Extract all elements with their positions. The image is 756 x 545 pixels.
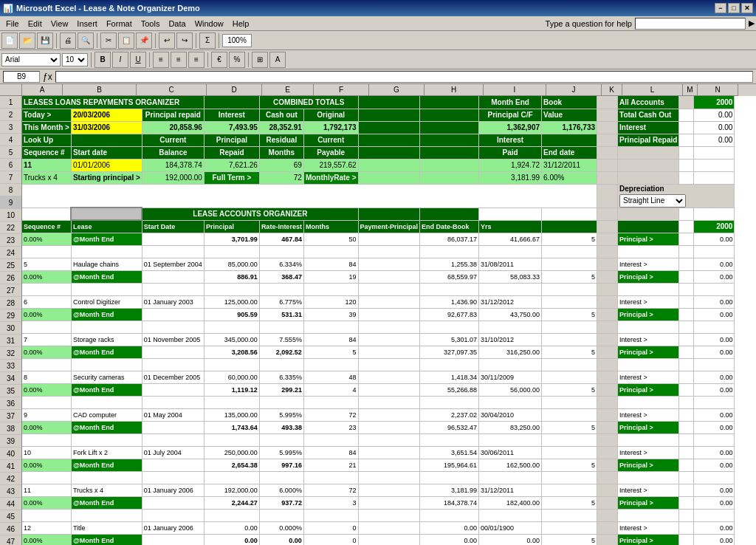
cell-l22[interactable]: Principal > — [618, 233, 679, 245]
cell-h1[interactable] — [420, 96, 479, 109]
cell-i7[interactable]: 3,181.99 — [479, 171, 542, 184]
cell-k1[interactable] — [597, 96, 618, 109]
cell-n41[interactable] — [694, 471, 735, 484]
cell-e35[interactable] — [259, 396, 303, 408]
cell-e36[interactable]: 5.995% — [259, 408, 303, 421]
cell-f24[interactable]: 84 — [303, 258, 358, 270]
cell-g44[interactable] — [358, 509, 420, 521]
cell-b46[interactable]: @Month End — [71, 534, 142, 545]
cell-f23[interactable] — [303, 245, 358, 258]
cell-h25[interactable]: 68,559.97 — [420, 270, 479, 283]
cell-j6[interactable]: 31/12/2011 — [542, 159, 597, 171]
align-center-button[interactable]: ≡ — [171, 52, 187, 68]
col-header-e[interactable]: E — [262, 84, 314, 96]
cell-i39[interactable]: 30/06/2011 — [479, 446, 542, 459]
cell-f28[interactable]: 39 — [303, 308, 358, 321]
cell-h33[interactable]: 1,418.34 — [420, 371, 479, 383]
cell-c10[interactable]: Start Date — [142, 220, 204, 233]
cell-e2[interactable]: Cash out — [259, 109, 303, 121]
cell-l36[interactable]: Interest > — [618, 408, 679, 421]
cell-f38[interactable] — [303, 433, 358, 446]
cell-c24[interactable]: 01 September 2004 — [142, 258, 204, 270]
cell-f6[interactable]: 219,557.62 — [303, 159, 358, 171]
cell-a10[interactable]: Sequence # — [22, 220, 71, 233]
menu-format[interactable]: Format — [102, 18, 137, 30]
cell-m26[interactable] — [679, 283, 694, 295]
cell-m31[interactable] — [679, 346, 694, 358]
cell-c30[interactable]: 01 November 2005 — [142, 333, 204, 346]
cell-m25[interactable] — [679, 270, 694, 283]
sum-button[interactable]: Σ — [199, 32, 216, 49]
cell-c46[interactable] — [142, 534, 204, 545]
cell-k30[interactable] — [597, 333, 618, 346]
cell-m5[interactable] — [679, 146, 694, 159]
cell-c39[interactable]: 01 July 2004 — [142, 446, 204, 459]
cell-g31[interactable] — [358, 346, 420, 358]
cell-c2[interactable]: Principal repaid — [142, 109, 204, 121]
cell-b34[interactable]: @Month End — [71, 383, 142, 396]
cell-l7[interactable] — [618, 171, 679, 184]
menu-insert[interactable]: Insert — [72, 18, 102, 30]
cell-k2[interactable] — [597, 109, 618, 121]
cell-l23[interactable] — [618, 245, 679, 258]
cell-g25[interactable] — [358, 270, 420, 283]
cell-n23[interactable] — [694, 245, 735, 258]
cell-f43[interactable]: 3 — [303, 496, 358, 509]
font-select[interactable]: Arial — [1, 53, 61, 66]
cell-i10[interactable]: Yrs — [479, 220, 542, 233]
cell-a41[interactable] — [22, 471, 71, 484]
cell-f5[interactable]: Payable — [303, 146, 358, 159]
underline-button[interactable]: U — [130, 52, 146, 68]
cell-i42[interactable]: 31/12/2011 — [479, 484, 542, 496]
cell-m33[interactable] — [679, 371, 694, 383]
cell-b40[interactable]: @Month End — [71, 459, 142, 471]
cell-g45[interactable] — [358, 521, 420, 534]
col-header-n[interactable]: N — [698, 84, 738, 96]
depreciation-select[interactable]: Straight Line — [619, 194, 686, 208]
cell-l2[interactable]: Total Cash Out — [618, 109, 679, 121]
cell-i30[interactable]: 31/10/2012 — [479, 333, 542, 346]
cell-b26[interactable] — [71, 283, 142, 295]
cell-n43[interactable]: 0.00 — [694, 496, 735, 509]
menu-tools[interactable]: Tools — [137, 18, 165, 30]
cell-k29[interactable] — [597, 321, 618, 333]
cell-e25[interactable]: 368.47 — [259, 270, 303, 283]
cell-l37[interactable]: Principal > — [618, 421, 679, 433]
cell-m22[interactable] — [679, 233, 694, 245]
cell-e32[interactable] — [259, 358, 303, 371]
cell-e39[interactable]: 5.995% — [259, 446, 303, 459]
cell-d1[interactable] — [204, 96, 259, 109]
cell-d5[interactable]: Repaid — [204, 146, 259, 159]
cell-n27[interactable]: 0.00 — [694, 295, 735, 308]
cell-a44[interactable] — [22, 509, 71, 521]
cell-b3[interactable]: 31/03/2006 — [71, 121, 142, 134]
cell-c28[interactable] — [142, 308, 204, 321]
cell-m6[interactable] — [679, 159, 694, 171]
cell-f27[interactable]: 120 — [303, 295, 358, 308]
cell-b25[interactable]: @Month End — [71, 270, 142, 283]
cell-n7[interactable] — [694, 171, 735, 184]
cell-e10[interactable]: Rate-Interest — [259, 220, 303, 233]
cell-d4[interactable]: Principal — [204, 134, 259, 146]
cell-c27[interactable]: 01 January 2003 — [142, 295, 204, 308]
cell-m10[interactable] — [679, 220, 694, 233]
cell-i35[interactable] — [479, 396, 542, 408]
cell-b32[interactable] — [71, 358, 142, 371]
cell-k32[interactable] — [597, 358, 618, 371]
cell-g27[interactable] — [358, 295, 420, 308]
cell-a23[interactable] — [22, 245, 71, 258]
cell-n4[interactable]: 0.00 — [694, 134, 735, 146]
borders-button[interactable]: ⊞ — [252, 52, 268, 68]
cell-b43[interactable]: @Month End — [71, 496, 142, 509]
cell-k24[interactable] — [597, 258, 618, 270]
cell-d2[interactable]: Interest — [204, 109, 259, 121]
cell-f25[interactable]: 19 — [303, 270, 358, 283]
cell-d6[interactable]: 7,621.26 — [204, 159, 259, 171]
cell-d36[interactable]: 135,000.00 — [204, 408, 259, 421]
cell-a4[interactable]: Look Up — [22, 134, 71, 146]
cell-g2[interactable] — [358, 109, 420, 121]
cell-i6[interactable]: 1,924.72 — [479, 159, 542, 171]
cell-l24[interactable]: Interest > — [618, 258, 679, 270]
cell-i2[interactable]: Principal C/F — [479, 109, 542, 121]
cell-m27[interactable] — [679, 295, 694, 308]
